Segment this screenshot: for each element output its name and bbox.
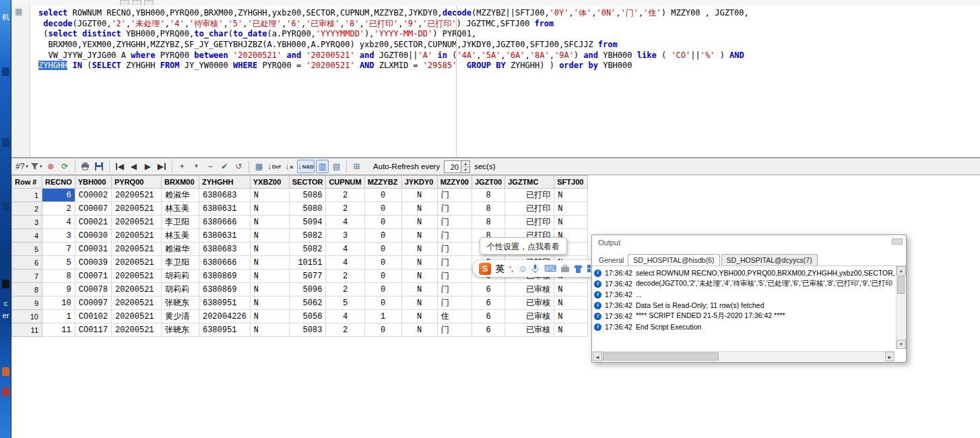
grid-cell[interactable]: 3 xyxy=(12,216,42,229)
grid-cell[interactable]: 李卫阳 xyxy=(161,216,199,229)
sql-line[interactable]: VW_JYYW_JYJG00 A where PYRQ00 between '2… xyxy=(38,51,749,61)
grid-cell[interactable]: 2 xyxy=(326,189,364,202)
grid-cell[interactable]: CO0007 xyxy=(75,202,111,216)
grid-cell[interactable]: 11 xyxy=(12,323,42,337)
grid-cell[interactable]: 8 xyxy=(12,283,42,296)
grid-cell[interactable]: N xyxy=(401,202,437,216)
grid-cell[interactable]: N xyxy=(250,270,289,283)
grid-cell[interactable]: CO0102 xyxy=(75,310,111,323)
grid-cell[interactable]: 林玉美 xyxy=(161,202,199,216)
grid-cell[interactable]: 门 xyxy=(437,296,471,310)
grid-cell[interactable]: 已审核 xyxy=(505,296,554,310)
grid-cell[interactable]: 20200521 xyxy=(111,202,161,216)
grid-cell[interactable]: 20200521 xyxy=(111,323,161,337)
grid-cell[interactable]: N xyxy=(250,243,289,256)
grid-mode-button[interactable]: #?▾ xyxy=(15,160,29,173)
grid-cell[interactable]: 6380683 xyxy=(199,243,250,256)
grid-cell[interactable]: 0 xyxy=(364,229,401,243)
grid-cell[interactable]: 5 xyxy=(326,296,364,310)
column-header-zyhghh[interactable]: ZYHGHH xyxy=(199,176,250,189)
dock-icon-4[interactable] xyxy=(2,280,9,288)
grid-cell[interactable]: 0 xyxy=(364,189,401,202)
grid-cell[interactable]: CO0030 xyxy=(75,229,111,243)
grid-cell[interactable]: N xyxy=(250,256,289,270)
dock-icon-2[interactable] xyxy=(2,138,9,147)
grid-cell[interactable]: 5096 xyxy=(289,283,326,296)
grid-cell[interactable]: 20200521 xyxy=(111,310,161,323)
grid-cell[interactable]: 0 xyxy=(364,283,401,296)
grid-cell[interactable]: N xyxy=(554,323,588,337)
grid-cell[interactable]: N xyxy=(554,202,588,216)
grid-cell[interactable]: 2 xyxy=(326,270,364,283)
grid-cell[interactable]: 5062 xyxy=(289,296,326,310)
grid-cell[interactable]: 0 xyxy=(364,323,401,337)
column-header-jgztmc[interactable]: JGZTMC xyxy=(505,176,554,189)
ime-toolbar[interactable]: S 英 ’, ☺ ⌨ xyxy=(473,260,601,277)
grid-cell[interactable]: 20200521 xyxy=(111,283,161,296)
grid-cell[interactable]: 11 xyxy=(42,323,75,337)
grid-cell[interactable]: 20200521 xyxy=(111,243,161,256)
grid-cell[interactable]: 已审核 xyxy=(505,323,554,337)
grid-cell[interactable]: N xyxy=(250,229,289,243)
spinner-down-icon[interactable]: ▼ xyxy=(461,167,469,173)
output-horizontal-scrollbar[interactable]: ◀ ▶ xyxy=(593,351,894,361)
grid-cell[interactable]: N xyxy=(401,283,437,296)
print-button[interactable] xyxy=(79,160,92,173)
grid-cell[interactable]: 6 xyxy=(471,283,504,296)
grid-cell[interactable]: CO0021 xyxy=(75,216,111,229)
sql-line[interactable]: BRXM00,YEXM00,ZYHGHH,MZZYBZ,SF_JY_GETYBH… xyxy=(38,40,749,51)
grid-cell[interactable]: 6380951 xyxy=(199,323,250,337)
grid-cell[interactable]: 10151 xyxy=(289,256,326,270)
dock-icon-5[interactable] xyxy=(2,367,9,376)
grid-cell[interactable]: N xyxy=(250,189,289,202)
spinner-up-icon[interactable]: ▲ xyxy=(461,161,469,167)
grid-cell[interactable]: 林玉美 xyxy=(161,229,199,243)
grid-cell[interactable]: 4 xyxy=(326,216,364,229)
grid-cell[interactable]: 胡莉莉 xyxy=(161,270,199,283)
dock-icon-3[interactable] xyxy=(2,202,9,211)
grid-cell[interactable]: N xyxy=(250,283,289,296)
save-button[interactable] xyxy=(93,160,106,173)
column-header-brxm00[interactable]: BRXM00 xyxy=(161,176,199,189)
grid-cell[interactable]: 已打印 xyxy=(505,216,554,229)
auto-refresh-value[interactable]: 20 xyxy=(445,161,461,173)
grid-cell[interactable]: 6380666 xyxy=(199,216,250,229)
grid-cell[interactable]: CO0117 xyxy=(75,323,111,337)
grid-cell[interactable]: 20200521 xyxy=(111,229,161,243)
grid-cell[interactable]: 4 xyxy=(12,229,42,243)
grid-cell[interactable]: 6380666 xyxy=(199,256,250,270)
grid-cell[interactable]: 1 xyxy=(12,189,42,202)
sort-default-button[interactable]: ↓Def xyxy=(267,160,282,173)
grid-cell[interactable]: N xyxy=(554,296,588,310)
single-record-view-button[interactable]: ▦ xyxy=(253,160,265,173)
grid-cell[interactable]: 赖淑华 xyxy=(161,243,199,256)
refresh-button[interactable]: ⟳ xyxy=(59,160,71,173)
grid-cell[interactable]: 4 xyxy=(326,310,364,323)
grid-cell[interactable]: N xyxy=(250,310,289,323)
column-header-mzzybz[interactable]: MZZYBZ xyxy=(364,176,401,189)
grid-cell[interactable]: 5082 xyxy=(289,243,326,256)
column-header-row[interactable]: Row # xyxy=(12,176,42,189)
grid-cell[interactable]: N xyxy=(401,323,437,337)
grid-cell[interactable]: N xyxy=(250,296,289,310)
grid-cell[interactable]: 0 xyxy=(364,216,401,229)
grid-cell[interactable]: 5086 xyxy=(289,189,326,202)
grid-cell[interactable]: 门 xyxy=(437,243,471,256)
output-tab-hisdb[interactable]: SD_HOSPITAL@hisdb(6) xyxy=(628,254,719,265)
column-header-recno[interactable]: RECNO xyxy=(42,176,75,189)
grid-cell[interactable]: N xyxy=(250,202,289,216)
grid-cell[interactable]: CO0039 xyxy=(75,256,111,270)
skin-icon[interactable] xyxy=(574,265,583,273)
prior-record-button[interactable]: ◀ xyxy=(127,160,140,173)
grid-cell[interactable]: 1 xyxy=(42,310,75,323)
grid-cell[interactable]: 2 xyxy=(326,202,364,216)
sogou-logo-icon[interactable]: S xyxy=(479,263,491,275)
grid-cell[interactable]: N xyxy=(401,216,437,229)
grid-cell[interactable]: 9 xyxy=(42,283,75,296)
grid-cell[interactable]: 7 xyxy=(12,270,42,283)
grid-cell[interactable]: N xyxy=(250,323,289,337)
scroll-up-icon[interactable]: ▲ xyxy=(896,266,906,276)
grid-cell[interactable]: 张晓东 xyxy=(161,323,199,337)
grid-cell[interactable]: 门 xyxy=(437,256,471,270)
grid-cell[interactable]: 1 xyxy=(364,310,401,323)
